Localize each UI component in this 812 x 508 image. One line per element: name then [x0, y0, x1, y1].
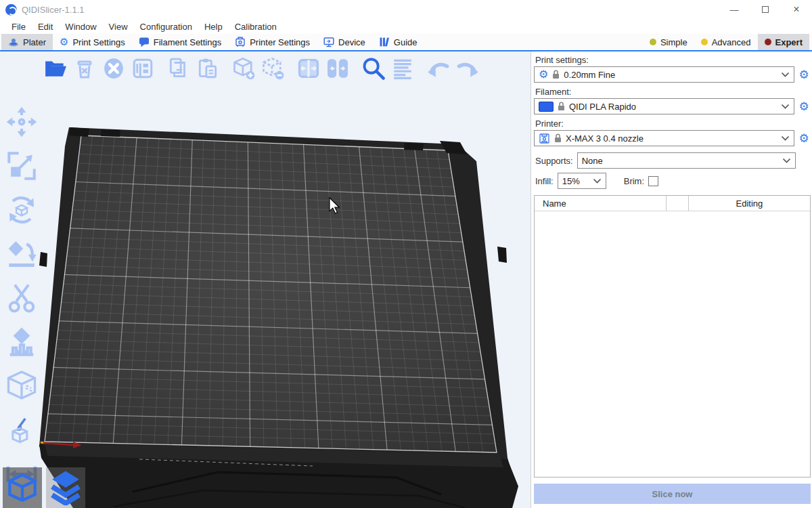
menu-calibration[interactable]: Calibration	[229, 20, 283, 33]
gear-icon: ⚙	[60, 37, 68, 47]
filament-gear-button[interactable]: ⚙	[797, 101, 811, 112]
open-folder-button[interactable]	[43, 56, 68, 81]
app-logo-icon	[5, 4, 17, 16]
menu-configuration[interactable]: Configuration	[134, 20, 198, 33]
tab-guide[interactable]: Guide	[372, 34, 424, 50]
menu-window[interactable]: Window	[59, 20, 102, 33]
tab-plater[interactable]: Plater	[1, 34, 53, 50]
print-settings-label: Print settings:	[535, 55, 811, 65]
delete-all-button[interactable]	[102, 56, 126, 81]
remove-instance-button[interactable]	[261, 56, 285, 81]
device-icon	[323, 37, 334, 47]
chevron-down-icon	[781, 72, 790, 77]
copy-button[interactable]	[166, 56, 191, 81]
tab-print-settings[interactable]: ⚙ Print Settings	[53, 34, 132, 50]
filament-value: QIDI PLA Rapido	[569, 102, 777, 112]
delete-button[interactable]	[72, 56, 97, 81]
minimize-button[interactable]: —	[719, 0, 750, 19]
expert-dot-icon	[765, 39, 771, 45]
guide-icon	[379, 37, 390, 47]
column-name: Name	[535, 196, 667, 211]
split-parts-button[interactable]	[325, 56, 350, 81]
slice-now-button[interactable]: Slice now	[534, 484, 811, 504]
tab-device[interactable]: Device	[317, 34, 372, 50]
chevron-down-icon	[782, 158, 791, 163]
gear-icon: ⚙	[539, 69, 548, 80]
settings-panel: Print settings: ⚙ 0.20mm Fine ⚙ Filament…	[531, 51, 812, 508]
place-on-face-tool-button[interactable]	[5, 238, 38, 270]
lock-icon	[558, 102, 565, 111]
printer-label: Printer:	[535, 119, 811, 129]
print-settings-gear-button[interactable]: ⚙	[797, 69, 811, 81]
measure-tool-button[interactable]	[5, 370, 38, 402]
cut-tool-button[interactable]	[5, 282, 38, 314]
printer-icon	[539, 133, 550, 144]
window-title: QIDISlicer-1.1.1	[22, 5, 84, 15]
printer-icon	[235, 37, 246, 47]
variable-layer-height-button[interactable]	[390, 56, 415, 81]
move-tool-button[interactable]	[5, 106, 38, 138]
arrange-button[interactable]	[131, 56, 155, 81]
menu-view[interactable]: View	[103, 20, 134, 33]
mode-expert[interactable]: Expert	[758, 34, 809, 50]
search-button[interactable]	[361, 56, 386, 81]
menu-edit[interactable]: Edit	[32, 20, 59, 33]
mode-switcher: Simple Advanced Expert	[643, 34, 812, 50]
add-instance-button[interactable]	[231, 56, 256, 81]
object-list-header: Name Editing	[535, 196, 810, 211]
menu-file[interactable]: File	[5, 20, 32, 33]
close-button[interactable]: ×	[781, 0, 812, 19]
gizmo-toolbar	[5, 106, 38, 490]
tab-filament-settings[interactable]: Filament Settings	[132, 34, 228, 50]
mode-simple[interactable]: Simple	[643, 34, 694, 50]
filament-color-swatch	[539, 102, 554, 112]
object-list[interactable]: Name Editing	[534, 195, 811, 478]
split-objects-button[interactable]	[296, 56, 321, 81]
printer-combo[interactable]: X-MAX 3 0.4 nozzle	[534, 130, 794, 146]
chevron-down-icon	[781, 104, 790, 109]
plater-toolbar	[43, 56, 480, 81]
filament-combo[interactable]: QIDI PLA Rapido	[534, 98, 794, 114]
column-spacer	[667, 196, 689, 211]
tab-label: Filament Settings	[154, 37, 221, 47]
mode-label: Advanced	[712, 37, 751, 47]
advanced-dot-icon	[701, 39, 708, 45]
mode-advanced[interactable]: Advanced	[694, 34, 758, 50]
redo-button[interactable]	[455, 56, 480, 81]
print-settings-value: 0.20mm Fine	[564, 70, 777, 80]
lock-icon	[552, 70, 560, 79]
infill-combo[interactable]: 15%	[558, 173, 606, 189]
maximize-button[interactable]	[750, 0, 781, 19]
undo-button[interactable]	[426, 56, 451, 81]
brim-checkbox[interactable]	[648, 176, 658, 186]
tab-label: Guide	[394, 37, 418, 47]
paste-button[interactable]	[196, 56, 220, 81]
tab-label: Print Settings	[72, 37, 125, 47]
mode-label: Expert	[775, 37, 803, 47]
rotate-tool-button[interactable]	[5, 194, 38, 226]
editor-view-button[interactable]	[3, 467, 42, 508]
menu-help[interactable]: Help	[198, 20, 229, 33]
mode-label: Simple	[660, 37, 687, 47]
printer-gear-button[interactable]: ⚙	[797, 133, 811, 144]
print-settings-combo[interactable]: ⚙ 0.20mm Fine	[534, 66, 794, 83]
supports-combo[interactable]: None	[577, 152, 796, 169]
chevron-down-icon	[781, 135, 790, 141]
column-editing: Editing	[689, 198, 810, 209]
tab-label: Device	[338, 37, 365, 47]
lock-icon	[554, 133, 562, 143]
tab-label: Plater	[23, 37, 46, 47]
preview-view-button[interactable]	[46, 467, 85, 508]
menu-bar: File Edit Window View Configuration Help…	[0, 19, 812, 34]
infill-label: Infill:	[535, 176, 554, 186]
scale-tool-button[interactable]	[5, 150, 38, 182]
3d-viewport[interactable]	[0, 51, 531, 508]
printer-value: X-MAX 3 0.4 nozzle	[566, 133, 777, 144]
seam-painting-tool-button[interactable]	[5, 326, 38, 358]
tab-printer-settings[interactable]: Printer Settings	[228, 34, 317, 50]
chevron-down-icon	[593, 178, 602, 184]
brim-label: Brim:	[624, 176, 644, 186]
sink-tool-button[interactable]	[5, 414, 38, 446]
supports-label: Supports:	[535, 156, 573, 166]
infill-value: 15%	[562, 176, 589, 186]
